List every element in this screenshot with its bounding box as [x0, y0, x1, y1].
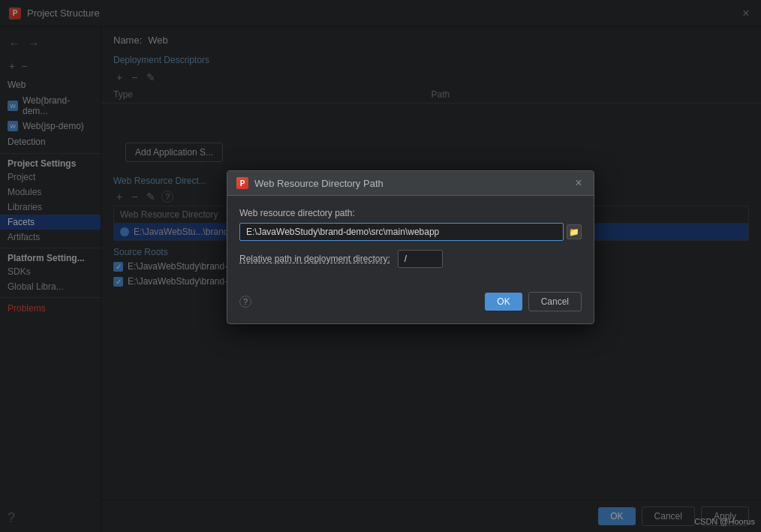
inner-title-left: P Web Resource Directory Path — [236, 177, 384, 189]
overlay: P Web Resource Directory Path × Web reso… — [0, 0, 761, 532]
footer-right: OK Cancel — [485, 292, 582, 311]
inner-dialog: P Web Resource Directory Path × Web reso… — [227, 170, 594, 324]
relative-path-label: Relative path in deployment directory: — [239, 254, 390, 264]
inner-app-icon: P — [236, 177, 248, 189]
inner-ok-button[interactable]: OK — [485, 293, 522, 311]
inner-help-button[interactable]: ? — [239, 296, 251, 308]
inner-cancel-button[interactable]: Cancel — [528, 292, 582, 311]
inner-dialog-title: Web Resource Directory Path — [254, 178, 384, 189]
inner-dialog-body: Web resource directory path: 📁 Relative … — [227, 196, 594, 292]
footer-left: ? — [239, 296, 251, 308]
path-field-label: Web resource directory path: — [239, 208, 582, 218]
folder-browse-button[interactable]: 📁 — [567, 224, 582, 239]
inner-close-button[interactable]: × — [573, 177, 585, 189]
path-input-row: 📁 — [239, 223, 582, 241]
inner-dialog-footer: ? OK Cancel — [227, 292, 594, 323]
relative-path-row: Relative path in deployment directory: — [239, 250, 582, 268]
folder-icon: 📁 — [569, 227, 579, 237]
inner-dialog-titlebar: P Web Resource Directory Path × — [227, 171, 594, 196]
path-input[interactable] — [239, 223, 564, 241]
watermark: CSDN @Hoorus — [694, 517, 755, 526]
relative-path-input[interactable] — [398, 250, 443, 268]
